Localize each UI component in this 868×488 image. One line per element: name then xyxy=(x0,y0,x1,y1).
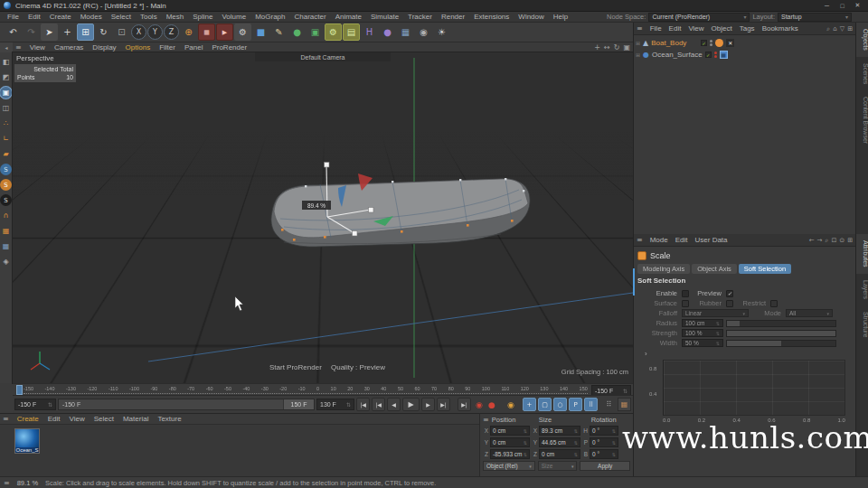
timeline-tick[interactable]: -20 xyxy=(279,385,287,392)
menu-item[interactable]: Spline xyxy=(188,13,217,21)
timeline-tick[interactable]: -40 xyxy=(242,385,250,392)
layout-select[interactable]: Startup▾ xyxy=(778,13,852,22)
menu-icon[interactable]: ≡ xyxy=(637,236,643,244)
magnet-snap-icon[interactable]: ∩ xyxy=(0,210,12,221)
menu-item[interactable]: Window xyxy=(514,13,548,21)
timeline-tick[interactable]: -110 xyxy=(108,385,118,392)
make-editable-icon[interactable]: ◧ xyxy=(0,56,12,68)
lock-workplane-icon[interactable]: ◈ xyxy=(0,256,12,267)
attribute-menu-item[interactable]: Edit xyxy=(672,236,692,244)
object-menu-item[interactable]: Edit xyxy=(665,24,685,33)
timeline-tick[interactable]: 50 xyxy=(398,385,403,392)
falloff-curve-graph[interactable]: 0.8 0.4 xyxy=(663,360,845,416)
dock-tab[interactable]: Attributes xyxy=(856,234,868,274)
workplane-mode-icon[interactable]: ◫ xyxy=(0,102,12,114)
menu-item[interactable]: Mesh xyxy=(162,13,189,21)
width-slider[interactable] xyxy=(726,340,836,347)
forward-icon[interactable]: → xyxy=(817,237,823,244)
workplane-icon[interactable]: ▦ xyxy=(0,240,12,252)
rotation-field[interactable]: 0 °⇅ xyxy=(590,426,618,436)
material-menu-item[interactable]: Texture xyxy=(153,415,185,423)
rotate-icon[interactable]: ↻ xyxy=(95,23,112,41)
keyframe-selection-icon[interactable]: ◉ xyxy=(505,398,517,411)
menu-item[interactable]: Help xyxy=(549,13,572,21)
attribute-tab[interactable]: Modeling Axis xyxy=(637,264,690,274)
material-menu-item[interactable]: View xyxy=(65,415,90,423)
attribute-tab[interactable]: Soft Selection xyxy=(739,264,791,274)
primitive-icon[interactable]: ▣ xyxy=(307,23,324,41)
search-icon[interactable]: ⌕ xyxy=(826,25,830,33)
axis-y-button[interactable]: Y xyxy=(147,24,163,40)
instance-icon[interactable]: ▤ xyxy=(343,23,360,41)
enable-checkbox[interactable] xyxy=(682,290,689,297)
points-mode-icon[interactable]: ∴ xyxy=(0,117,12,129)
restrict-checkbox[interactable] xyxy=(770,300,778,307)
timeline-ruler[interactable]: -150-140-130-120-110-100-90-80-70-60-50-… xyxy=(13,383,633,395)
edges-mode-icon[interactable]: ∟ xyxy=(0,133,12,145)
deformer-icon[interactable]: H xyxy=(361,23,378,41)
object-menu-item[interactable]: File xyxy=(646,24,665,33)
next-key-button[interactable]: ▶| xyxy=(437,398,450,411)
menu-icon[interactable]: ≡ xyxy=(483,416,489,424)
coord-mode-select[interactable]: Object (Rel)▾ xyxy=(483,461,535,471)
back-icon[interactable]: ← xyxy=(809,237,815,244)
snap-enable-icon[interactable]: S xyxy=(0,164,12,175)
position-field[interactable]: -85.933 cm⇅ xyxy=(490,449,530,459)
expand-arrow-icon[interactable]: › xyxy=(645,350,852,358)
menu-item[interactable]: Animate xyxy=(331,13,366,21)
menu-item[interactable]: Tracker xyxy=(403,13,437,21)
scale-icon[interactable]: ⊞ xyxy=(77,23,94,41)
key-scale-icon[interactable]: ▢ xyxy=(538,398,552,411)
last-tool-icon[interactable]: ⊡ xyxy=(113,23,130,41)
object-menu-item[interactable]: Object xyxy=(708,24,736,33)
texture-tag-icon[interactable]: ▦ xyxy=(720,51,728,59)
add-icon[interactable]: ⊞ xyxy=(847,25,853,33)
snap-modes-icon[interactable]: S xyxy=(0,179,12,191)
axis-x-button[interactable]: X xyxy=(131,24,146,40)
size-field[interactable]: 89.3 cm⇅ xyxy=(539,426,580,436)
object-row-ocean-surface[interactable]: ⊞ ● Ocean_Surface ✓ ▦ xyxy=(634,49,855,61)
snap-settings-icon[interactable]: S xyxy=(0,194,12,206)
dock-tab[interactable]: Structure xyxy=(856,305,868,343)
menu-item[interactable]: Volume xyxy=(217,13,250,21)
viewport-label[interactable]: Perspective xyxy=(16,54,54,62)
timeline-range-slider[interactable]: -150 F 150 F xyxy=(58,399,315,410)
material-menu-item[interactable]: Edit xyxy=(43,415,65,423)
render-picture-viewer-icon[interactable]: ▶ xyxy=(216,23,233,41)
menu-item[interactable]: File xyxy=(3,13,24,21)
timeline-tick[interactable]: -30 xyxy=(261,385,269,392)
preview-checkbox[interactable]: ✓ xyxy=(726,290,733,297)
move-icon[interactable]: + xyxy=(59,23,76,41)
light-icon[interactable]: ☀ xyxy=(433,23,450,41)
polygons-mode-icon[interactable]: ▰ xyxy=(0,148,12,160)
menu-item[interactable]: Modes xyxy=(76,13,107,21)
node-space-select[interactable]: Current (ProRender)▾ xyxy=(648,13,750,22)
timeline-tick[interactable]: 110 xyxy=(501,385,509,392)
toggle-view-icon[interactable]: ▣ xyxy=(623,43,630,52)
visibility-dots[interactable] xyxy=(710,40,712,46)
phong-tag-icon[interactable] xyxy=(715,39,723,47)
size-field[interactable]: 44.65 cm⇅ xyxy=(539,437,580,447)
object-row-boat-body[interactable]: ⊞ ▲ Boat_Body ✓ ✕ xyxy=(634,37,855,49)
key-parameter-icon[interactable]: P xyxy=(569,398,582,411)
prev-key-button[interactable]: |◀ xyxy=(372,398,385,411)
camera-dropdown[interactable]: Default Camera xyxy=(255,52,391,61)
close-button[interactable]: ✕ xyxy=(851,1,864,11)
timeline-tick[interactable]: 30 xyxy=(364,385,370,392)
filter-icon[interactable]: ▽ xyxy=(840,25,844,33)
selection-tag-icon[interactable]: ✕ xyxy=(726,39,734,47)
dock-tab[interactable]: Scenes xyxy=(856,57,868,90)
goto-end-button[interactable]: ▶| xyxy=(458,398,471,411)
viewport-menu-item[interactable]: Panel xyxy=(180,43,207,52)
timeline-tick[interactable]: -120 xyxy=(87,385,97,392)
object-name[interactable]: Ocean_Surface xyxy=(652,51,703,59)
prev-frame-button[interactable]: ◀ xyxy=(387,398,401,411)
menu-item[interactable]: Select xyxy=(107,13,136,21)
timeline-tick[interactable]: -130 xyxy=(66,385,76,392)
timeline-tick[interactable]: -100 xyxy=(129,385,139,392)
material-thumbnail[interactable]: Ocean_S xyxy=(14,428,40,454)
maximize-button[interactable]: □ xyxy=(835,1,849,11)
timeline-tick[interactable]: -80 xyxy=(169,385,176,392)
object-name[interactable]: Boat_Body xyxy=(651,39,698,47)
falloff-select[interactable]: Linear▾ xyxy=(682,309,749,317)
